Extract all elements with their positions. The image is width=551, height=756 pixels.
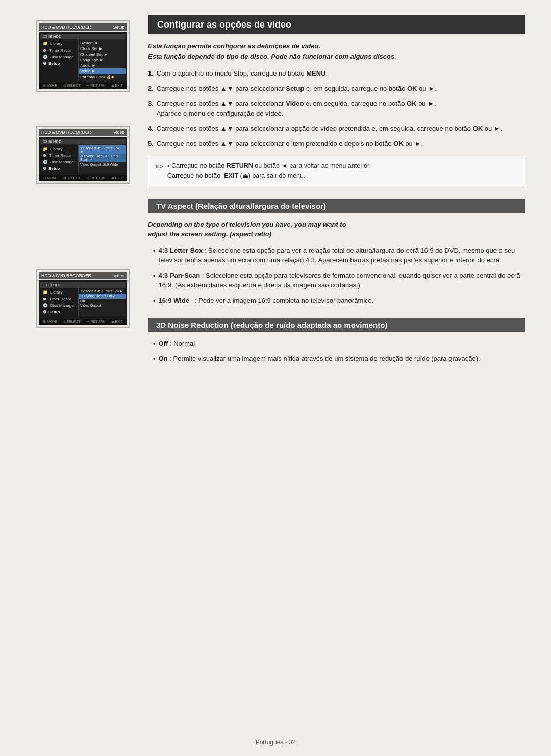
step-2: 2. Carregue nos botões ▲▼ para seleccion… — [148, 84, 525, 94]
step1-num: 1. — [148, 68, 154, 79]
screen1-hdd-label: ⊟ HDD — [48, 34, 61, 39]
menu-item-disc: 💿Disc Manage — [40, 54, 78, 60]
screen1-body: ⊟ HDD 📁Library ⏺Timer Recor 💿Disc Manage — [39, 32, 127, 83]
step1-text: Com o aparelho no modo Stop, carregue no… — [157, 68, 328, 79]
step-3: 3. Carregue nos botões ▲▼ para seleccion… — [148, 99, 525, 118]
s2-timer: ⏺Timer Recor — [40, 152, 78, 159]
screen1-left-menu: 📁Library ⏺Timer Recor 💿Disc Manage ⚙Setu… — [40, 39, 79, 81]
bullet-on-text: On : Permite visualizar uma imagem mais … — [159, 354, 480, 364]
menu-channelset: Channel Set ► — [79, 52, 126, 57]
bullet-wide-text: 16:9 Wide : Pode ver a imagem 16:9 compl… — [159, 296, 374, 306]
screen3-right: TV Aspect 4:3 Letter Box► 3D Noise Reduc… — [79, 288, 126, 316]
screen2-left: 📁Library ⏺Timer Recor 💿Disc Manager ⚙Set… — [40, 144, 79, 173]
section3-heading-text: 3D Noise Reduction (redução de ruído ada… — [156, 321, 387, 329]
screen-mockup-1: HDD & DVD RECORDER Setup ⊟ HDD 📁Library — [36, 20, 130, 92]
bullet-dot-1: • — [153, 246, 156, 265]
menu-item-setup: ⚙Setup — [40, 60, 78, 67]
menu-video: Video ► — [79, 68, 126, 74]
s3-timer: ⏺Timer Recor — [40, 296, 78, 302]
step2-num: 2. — [148, 84, 154, 94]
hdd-icon-2 — [43, 140, 47, 143]
note-line2: Carregue no botão EXIT (⏏) para sair do … — [167, 171, 371, 181]
bullet-dot-on: • — [153, 354, 156, 364]
section1-heading: Configurar as opções de vídeo — [148, 15, 525, 34]
note-content: ▪ Carregue no botão RETURN ou botão ◄ pa… — [167, 161, 371, 181]
screen1-menu: 📁Library ⏺Timer Recor 💿Disc Manage ⚙Setu… — [40, 39, 126, 81]
note-icon: ✏ — [156, 160, 163, 174]
note-box: ✏ ▪ Carregue no botão RETURN ou botão ◄ … — [148, 156, 525, 186]
section3-bullets: • Off : Normal • On : Permite visualizar… — [153, 338, 525, 363]
bullet-wide: • 16:9 Wide : Pode ver a imagem 16:9 com… — [153, 296, 525, 306]
screen3-left: 📁Library ⏺Timer Recor 💿Disc Manager ⚙Set… — [40, 288, 79, 316]
screen2-body: ⊟ HDD 📁Library ⏺Timer Recor 💿Disc Manage… — [39, 137, 127, 175]
step5-text: Carregue nos botões ▲▼ para seleccionar … — [157, 139, 423, 149]
bullet-letterbox: • 4:3 Letter Box : Seleccione esta opção… — [153, 246, 525, 265]
s3-setup: ⚙Setup — [40, 309, 78, 315]
s2-3dnoise: 3D Noise Redu 4:3 Pan-Scan ✓ — [79, 154, 126, 162]
screen1-right-menu: System ► Clock Set ► Channel Set ► Langu… — [79, 39, 126, 81]
menu-item-library: 📁Library — [40, 40, 78, 47]
screen3-footer: ⊞ MOVE ⊙SELECT ↩ RETURN ⏏EXIT — [39, 319, 127, 325]
screen1-hdd: ⊟ HDD — [40, 34, 126, 39]
bullet-dot-off: • — [153, 338, 156, 349]
s3-3dnoise-off: 3D Noise Reduc Off ✓ — [79, 294, 126, 299]
screen2-header-right: Video — [113, 130, 124, 135]
screen3-hdd: ⊟ HDD — [40, 282, 126, 288]
step5-num: 5. — [148, 139, 154, 149]
section2-bullets: • 4:3 Letter Box : Seleccione esta opção… — [153, 246, 525, 306]
menu-parental: Parental Lock 🔒► — [79, 74, 126, 80]
screen3-header-right: Video — [113, 273, 124, 278]
screen2-right: TV Aspect 4:3 Letter Box ► 3D Noise Redu… — [79, 144, 126, 173]
footer-text: Português - 32 — [256, 739, 296, 746]
step-4: 4. Carregue nos botões ▲▼ para seleccion… — [148, 124, 525, 134]
step-5: 5. Carregue nos botões ▲▼ para seleccion… — [148, 139, 525, 149]
section2-intro: Depending on the type of television you … — [148, 220, 525, 239]
screen1-header: HDD & DVD RECORDER Setup — [39, 23, 127, 31]
bullet-on: • On : Permite visualizar uma imagem mai… — [153, 354, 525, 364]
screen3-header-left: HDD & DVD RECORDER — [41, 273, 91, 278]
bullet-off: • Off : Normal — [153, 338, 525, 349]
step3-text: Carregue nos botões ▲▼ para seleccionar … — [157, 99, 436, 118]
left-column: HDD & DVD RECORDER Setup ⊟ HDD 📁Library — [36, 15, 138, 741]
screen2-hdd: ⊟ HDD — [40, 139, 126, 144]
step4-num: 4. — [148, 124, 154, 134]
screen2-footer: ⊞ MOVE ⊙SELECT ↩ RETURN ⏏EXIT — [39, 175, 127, 181]
section1-heading-text: Configurar as opções de vídeo — [157, 19, 291, 30]
menu-item-timer: ⏺Timer Recor — [40, 47, 78, 54]
bullet-off-text: Off : Normal — [159, 338, 195, 349]
s3-3dnoise-on: On — [79, 299, 126, 303]
s3-disc: 💿Disc Manager — [40, 302, 78, 309]
note-line1: ▪ Carregue no botão RETURN ou botão ◄ pa… — [167, 161, 371, 171]
screen3-content: 📁Library ⏺Timer Recor 💿Disc Manager ⚙Set… — [40, 288, 126, 316]
section2-intro1: Depending on the type of television you … — [148, 221, 346, 228]
step3-num: 3. — [148, 99, 154, 118]
screen2-header: HDD & DVD RECORDER Video — [39, 129, 127, 136]
screen2-header-left: HDD & DVD RECORDER — [41, 130, 91, 135]
menu-audio: Audio ► — [79, 63, 126, 68]
s2-setup: ⚙Setup — [40, 165, 78, 172]
bullet-letterbox-text: 4:3 Letter Box : Seleccione esta opção p… — [159, 246, 525, 265]
screen1-header-left: HDD & DVD RECORDER — [41, 25, 91, 30]
screen1-header-right: Setup — [113, 25, 124, 30]
screen-mockup-3: HDD & DVD RECORDER Video ⊟ HDD 📁Library … — [36, 269, 130, 328]
page-footer: Português - 32 — [0, 739, 551, 746]
menu-clockset: Clock Set ► — [79, 46, 126, 52]
screen3-header: HDD & DVD RECORDER Video — [39, 272, 127, 279]
right-column: Configurar as opções de vídeo Esta funçã… — [148, 15, 525, 741]
screen1-footer: ⊞ MOVE ⊙SELECT ↩ RETURN ⏏EXIT — [39, 83, 127, 89]
bullet-panscan-text: 4:3 Pan-Scan : Seleccione esta opção par… — [159, 271, 525, 290]
section3-heading: 3D Noise Reduction (redução de ruído ada… — [148, 318, 525, 332]
section1-intro-line1: Esta função permite configurar as defini… — [148, 42, 320, 50]
screen2-content: 📁Library ⏺Timer Recor 💿Disc Manager ⚙Set… — [40, 144, 126, 173]
screen3-body: ⊟ HDD 📁Library ⏺Timer Recor 💿Disc Manage… — [39, 280, 127, 319]
s3-videoout: Video Output — [79, 303, 126, 308]
bullet-dot-2: • — [153, 271, 156, 290]
section1-intro-line2: Esta função depende do tipo de disco. Po… — [148, 53, 396, 60]
section1-intro: Esta função permite configurar as defini… — [148, 41, 525, 61]
hdd-icon — [43, 35, 47, 38]
s3-tvaspect: TV Aspect 4:3 Letter Box► — [79, 289, 126, 294]
bullet-dot-3: • — [153, 296, 156, 306]
s2-tvaspect: TV Aspect 4:3 Letter Box ► — [79, 145, 126, 154]
step-1: 1. Com o aparelho no modo Stop, carregue… — [148, 68, 525, 79]
menu-system: System ► — [79, 40, 126, 46]
